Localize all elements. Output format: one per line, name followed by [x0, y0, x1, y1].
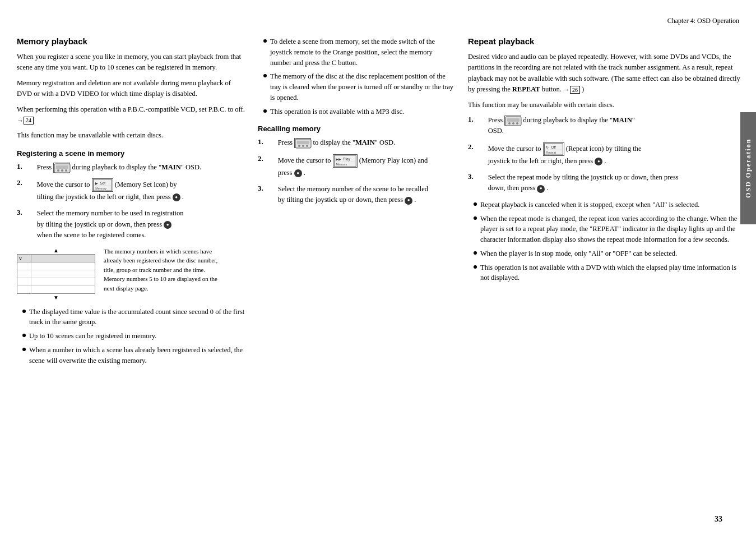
recall-step-3: 3. Select the memory number of the scene…	[258, 184, 454, 206]
repeat-bullet-2: When the repeat mode is changed, the rep…	[474, 214, 745, 245]
register-step-2: 2. Move the cursor to ▶ Set Memory	[17, 178, 247, 202]
repeat-bullet-3: When the player is in stop mode, only "A…	[474, 248, 745, 259]
recall-step-1: 1. Press	[258, 137, 454, 148]
ref-24: 24	[24, 117, 34, 124]
svg-text:▶: ▶	[95, 181, 98, 185]
page-number: 33	[715, 515, 722, 524]
circle-button-2: ●	[164, 221, 171, 229]
repeat-step-2: 2. Move the cursor to ↻ Off Repeat	[468, 142, 745, 167]
repeat-step-1: 1. Press	[468, 115, 745, 137]
register-step-3: 3. Select the memory number to be used i…	[17, 208, 247, 241]
svg-text:Off: Off	[551, 145, 556, 149]
repeat-playback-section: Repeat playback Desired video and audio …	[465, 36, 745, 369]
repeat-bullet-1: Repeat playback is canceled when it is s…	[474, 200, 745, 210]
svg-text:Set: Set	[100, 181, 105, 185]
memory-playback-title: Memory playback	[17, 36, 247, 46]
register-step-1: 1. Press	[17, 162, 247, 173]
repeat-playback-title: Repeat playback	[468, 36, 745, 46]
recall-bullet-1: To delete a scene from memory, set the m…	[263, 36, 454, 68]
svg-point-14	[306, 145, 308, 147]
svg-text:↻: ↻	[546, 145, 549, 149]
circle-button-5: ●	[595, 158, 602, 165]
remote-icon-3	[504, 116, 521, 126]
ref-26: 26	[570, 86, 580, 94]
svg-text:Memory: Memory	[95, 187, 106, 190]
svg-point-2	[57, 169, 59, 172]
remote-icon-2	[294, 138, 311, 148]
recalling-memory-section: To delete a scene from memory, set the m…	[258, 36, 465, 369]
memory-caption: The memory numbers in which scenes have …	[104, 247, 221, 293]
svg-rect-1	[56, 165, 68, 169]
remote-icon-1	[53, 163, 70, 173]
recalling-top-bullets: To delete a scene from memory, set the m…	[263, 36, 454, 117]
repeat-intro: Desired video and audio can be played re…	[468, 52, 745, 95]
svg-point-23	[512, 122, 514, 124]
svg-rect-11	[297, 141, 309, 144]
memory-intro-3: When performing this operation with a P.…	[17, 104, 247, 126]
memory-table-section: ▲ v	[17, 247, 247, 301]
recall-bullet-3: This operation is not available with a M…	[263, 107, 454, 117]
recall-bullet-2: The memory of the disc at the disc repla…	[263, 71, 454, 103]
memory-intro-4: This function may be unavailable with ce…	[17, 130, 247, 141]
svg-text:▶▶: ▶▶	[336, 157, 341, 161]
memory-intro-2: Memory registration and deletion are not…	[17, 78, 247, 100]
register-section-title: Registering a scene in memory	[17, 149, 247, 158]
memory-set-icon: ▶ Set Memory	[92, 178, 113, 192]
svg-text:Play: Play	[343, 157, 350, 162]
svg-point-12	[298, 145, 300, 147]
memory-bullet-2: Up to 10 scenes can be registered in mem…	[22, 331, 247, 342]
svg-point-3	[61, 169, 63, 172]
repeat-function-note: This function may be unavailable with ce…	[468, 100, 745, 110]
memory-bullet-3: When a number in which a scene has alrea…	[22, 345, 247, 366]
circle-button-4: ●	[405, 197, 412, 205]
circle-button-3: ●	[294, 169, 302, 177]
recall-step-2: 2. Move the cursor to ▶▶ Play Memory	[258, 154, 454, 178]
memory-bullets: The displayed time value is the accumula…	[22, 307, 247, 366]
memory-bullet-1: The displayed time value is the accumula…	[22, 307, 247, 328]
svg-point-22	[508, 122, 511, 124]
chapter-title: Chapter 4: OSD Operation	[667, 17, 739, 25]
svg-point-4	[65, 169, 67, 172]
memory-table: ▲ v	[17, 247, 95, 301]
svg-point-24	[516, 122, 518, 124]
svg-text:Memory: Memory	[336, 163, 347, 166]
memory-play-icon: ▶▶ Play Memory	[333, 154, 358, 168]
sidebar-tab: OSD Operation	[740, 112, 756, 224]
repeat-step-3: 3. Select the repeat mode by tilting the…	[468, 172, 745, 194]
memory-intro-1: When you register a scene you like in me…	[17, 52, 247, 73]
repeat-off-icon: ↻ Off Repeat	[543, 142, 564, 156]
circle-button-6: ●	[537, 185, 545, 193]
svg-rect-21	[507, 118, 520, 122]
circle-button-1: ●	[173, 193, 180, 201]
svg-point-13	[302, 145, 304, 147]
chapter-header: Chapter 4: OSD Operation	[17, 17, 745, 25]
svg-text:Repeat: Repeat	[546, 151, 556, 154]
memory-playback-section: Memory playback When you register a scen…	[17, 36, 258, 369]
repeat-bullets: Repeat playback is canceled when it is s…	[474, 200, 745, 283]
repeat-bullet-4: This operation is not available with a D…	[474, 262, 745, 284]
recalling-section-title: Recalling memory	[258, 124, 454, 133]
